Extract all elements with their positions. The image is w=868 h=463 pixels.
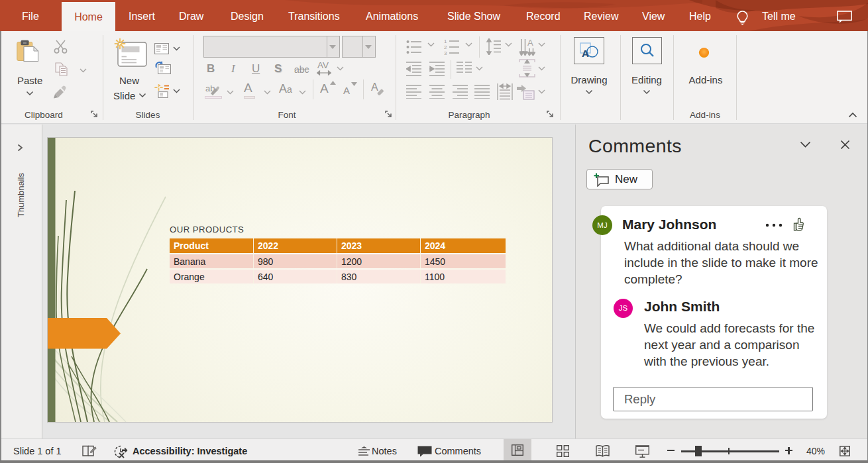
svg-text:1: 1 — [444, 38, 447, 44]
svg-text:3: 3 — [444, 50, 447, 55]
svg-text:2: 2 — [444, 44, 447, 50]
svg-text:A: A — [527, 38, 533, 48]
svg-text:A: A — [582, 48, 589, 59]
